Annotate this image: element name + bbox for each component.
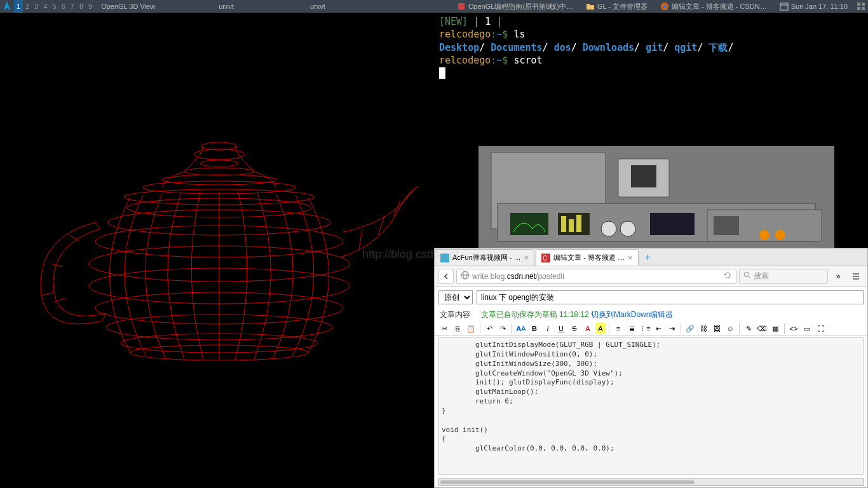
unlink-icon[interactable]: ⛓: [698, 323, 709, 334]
workspace-4[interactable]: 4: [41, 0, 50, 13]
svg-text:C: C: [543, 255, 547, 262]
svg-rect-30: [510, 213, 548, 235]
redo-icon[interactable]: ↷: [497, 323, 508, 334]
terminal-ls-output: Desktop/ Documents/ dos/ Downloads/ git/…: [439, 41, 863, 54]
svg-rect-28: [631, 165, 656, 187]
svg-point-48: [744, 272, 749, 277]
edit-icon[interactable]: ✎: [743, 323, 754, 334]
cut-icon[interactable]: ✂: [438, 323, 450, 334]
code-textarea[interactable]: glutInitDisplayMode(GLUT_RGB | GLUT_SING…: [438, 337, 864, 475]
back-button[interactable]: [438, 269, 454, 284]
task-opengl-book[interactable]: OpenGL编程指南(原书第8版)中…: [451, 0, 580, 13]
horizontal-scrollbar[interactable]: [438, 478, 864, 486]
title-input[interactable]: [477, 290, 864, 304]
table-icon[interactable]: ▦: [770, 323, 781, 334]
task-opengl[interactable]: OpenGL 3D View: [95, 0, 161, 13]
navbar: write.blog.csdn.net/postedit 搜索 »: [435, 266, 867, 287]
svg-line-49: [749, 276, 750, 278]
content-label: 文章内容: [440, 310, 470, 319]
clock[interactable]: Sun Jan 17, 11:18: [773, 0, 854, 13]
task-urxvt-2[interactable]: urxvt: [304, 0, 332, 13]
link-icon[interactable]: 🔗: [684, 323, 696, 334]
align-left-icon[interactable]: ≡: [613, 323, 624, 334]
taskbar: 1 2 3 4 5 6 7 8 9 OpenGL 3D View urxvt u…: [0, 0, 868, 13]
tray-icon[interactable]: [854, 0, 868, 13]
new-tab-button[interactable]: +: [640, 249, 656, 266]
clean-icon[interactable]: ⌫: [756, 323, 768, 334]
indent-icon[interactable]: ⇥: [666, 323, 677, 334]
hamburger-menu-icon[interactable]: [848, 269, 864, 284]
tab-close-icon[interactable]: ×: [628, 253, 633, 262]
workspace-9[interactable]: 9: [86, 0, 95, 13]
markdown-switch-link[interactable]: 切换到MarkDown编辑器: [591, 310, 673, 319]
search-box[interactable]: 搜索: [739, 269, 828, 284]
calendar-icon: [780, 2, 789, 11]
workspace-8[interactable]: 8: [77, 0, 86, 13]
image-icon[interactable]: 🖼: [711, 323, 722, 334]
bold-icon[interactable]: B: [529, 323, 540, 334]
tab-bar: AcFun弹幕视频网 - … × C 编辑文章 - 博客频道 … × +: [435, 248, 867, 266]
svg-point-22: [200, 160, 238, 166]
globe-icon: [461, 271, 470, 281]
tab-label: AcFun弹幕视频网 - …: [452, 253, 521, 262]
svg-rect-37: [650, 213, 695, 235]
arch-logo-icon[interactable]: [1, 1, 13, 12]
svg-rect-3: [780, 3, 788, 10]
list-ol-icon[interactable]: ≣: [626, 323, 637, 334]
font-aa-icon[interactable]: AA: [515, 323, 527, 334]
underline-icon[interactable]: U: [555, 323, 567, 334]
task-file-manager[interactable]: GL - 文件管理器: [580, 0, 654, 13]
acfun-favicon-icon: [440, 254, 449, 262]
svg-point-41: [775, 230, 785, 240]
outdent-icon[interactable]: ⇤: [653, 323, 664, 334]
workspace-3[interactable]: 3: [32, 0, 41, 13]
strike-icon[interactable]: S: [569, 323, 580, 334]
smiley-icon[interactable]: ☺: [724, 323, 736, 334]
render-3d-scene: [434, 140, 868, 248]
csdn-favicon-icon: C: [541, 254, 550, 262]
opengl-window: [0, 13, 434, 488]
svg-point-24: [201, 142, 237, 150]
overflow-button[interactable]: »: [831, 269, 846, 284]
workspace-1[interactable]: 1: [14, 0, 23, 13]
firefox-icon: [660, 2, 669, 11]
copy-icon[interactable]: ⎘: [452, 323, 463, 334]
svg-point-21: [184, 168, 254, 175]
browser-window: AcFun弹幕视频网 - … × C 编辑文章 - 博客频道 … × + wri…: [434, 248, 868, 488]
code-icon[interactable]: <>: [788, 323, 799, 334]
folder-icon: [586, 2, 595, 11]
blog-editor: 原创 文章内容 文章已自动保存为草稿 11:18:12 切换到MarkDown编…: [435, 287, 867, 487]
paste-icon[interactable]: 📋: [465, 323, 477, 334]
svg-rect-33: [569, 219, 574, 232]
workspace-2[interactable]: 2: [23, 0, 32, 13]
svg-point-20: [162, 175, 276, 185]
tab-label: 编辑文章 - 博客频道 …: [553, 253, 625, 262]
highlight-icon[interactable]: A: [595, 323, 606, 334]
workspace-7[interactable]: 7: [68, 0, 77, 13]
preview-icon[interactable]: ▭: [801, 323, 813, 334]
url-bar[interactable]: write.blog.csdn.net/postedit: [456, 269, 736, 284]
text-color-icon[interactable]: A: [582, 323, 593, 334]
category-select[interactable]: 原创: [438, 290, 473, 304]
svg-rect-6: [862, 3, 865, 6]
tab-acfun[interactable]: AcFun弹幕视频网 - … ×: [435, 249, 534, 266]
svg-rect-32: [561, 216, 566, 232]
fullscreen-icon[interactable]: ⛶: [815, 323, 826, 334]
svg-rect-7: [857, 7, 860, 10]
italic-icon[interactable]: I: [542, 323, 553, 334]
workspace-5[interactable]: 5: [50, 0, 59, 13]
task-urxvt-1[interactable]: urxvt: [212, 0, 240, 13]
book-icon: [457, 2, 466, 11]
workspace-6[interactable]: 6: [59, 0, 68, 13]
terminal-line-2: relcodego:~$ scrot: [439, 54, 863, 67]
svg-rect-34: [576, 215, 581, 232]
reload-icon[interactable]: [723, 271, 732, 281]
task-firefox[interactable]: 编辑文章 - 博客频道 - CSDN…: [654, 0, 773, 13]
tab-csdn[interactable]: C 编辑文章 - 博客频道 … ×: [536, 249, 638, 266]
svg-point-2: [663, 4, 667, 8]
tab-close-icon[interactable]: ×: [524, 253, 529, 262]
undo-icon[interactable]: ↶: [484, 323, 495, 334]
autosave-hint: 文章已自动保存为草稿 11:18:12: [481, 310, 589, 319]
teapot-wireframe: [19, 137, 419, 378]
list-ul-icon[interactable]: ⋮≡: [639, 323, 651, 334]
